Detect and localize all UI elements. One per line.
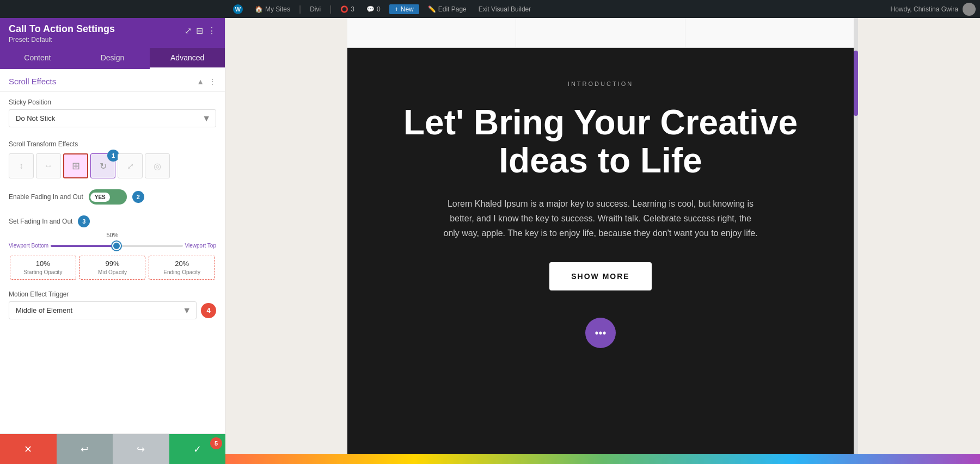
- transform-rotate-btn[interactable]: ↻ 1: [90, 153, 115, 178]
- intro-label: INTRODUCTION: [568, 81, 633, 87]
- undo-icon: ↩: [81, 443, 89, 455]
- fading-label: Enable Fading In and Out: [9, 193, 83, 201]
- sticky-select-wrapper: Do Not Stick ▼: [9, 109, 216, 127]
- divi-link[interactable]: Divi: [307, 5, 324, 13]
- panel-preset[interactable]: Preset: Default: [9, 36, 115, 44]
- opacity-boxes: 10% Starting Opacity 99% Mid Opacity 20%…: [9, 256, 216, 280]
- rotate-icon: ↻: [100, 161, 107, 171]
- redo-icon: ↪: [137, 443, 145, 455]
- page-inner: INTRODUCTION Let' Bring Your Creative Id…: [347, 18, 854, 454]
- comments-link[interactable]: ⭕ 3: [337, 5, 358, 13]
- page-top-strip: [347, 18, 854, 48]
- transform-icons: ↕ ↔ ⊞ ↻ 1 ⤢ ◎: [0, 153, 225, 185]
- fading-badge: 2: [132, 191, 144, 203]
- motion-select-row: Middle of Element ▼ 4: [9, 301, 216, 319]
- wp-logo[interactable]: W: [230, 4, 246, 14]
- bottom-bar: ✕ ↩ ↪ ✓ 5: [0, 434, 225, 464]
- split-view-icon[interactable]: ⊟: [196, 26, 203, 36]
- section-title: Scroll Effects: [9, 77, 56, 86]
- tab-design[interactable]: Design: [75, 48, 150, 69]
- section-menu-icon[interactable]: ⋮: [209, 77, 216, 86]
- exit-visual-builder-link[interactable]: Exit Visual Builder: [475, 5, 535, 13]
- transform-vertical-btn[interactable]: ↕: [9, 153, 34, 178]
- panel-header-icons: ⤢ ⊟ ⋮: [185, 26, 216, 36]
- fade-icon: ⊞: [72, 160, 80, 172]
- save-button[interactable]: ✓ 5: [169, 434, 226, 464]
- mid-opacity-value[interactable]: 99%: [82, 259, 143, 268]
- vertical-move-icon: ↕: [19, 161, 23, 171]
- starting-opacity-value[interactable]: 10%: [13, 259, 74, 268]
- transform-blur-btn[interactable]: ◎: [145, 153, 170, 178]
- house-icon: 🏠: [255, 5, 263, 13]
- main-layout: Call To Action Settings Preset: Default …: [0, 18, 980, 464]
- fading-section: Set Fading In and Out 3 50% Viewport Bot…: [0, 211, 225, 286]
- ending-opacity-value[interactable]: 20%: [151, 259, 212, 268]
- edit-page-link[interactable]: ✏️ Edit Page: [425, 5, 470, 13]
- scroll-thumb: [854, 51, 858, 116]
- panel-body: Scroll Effects ▲ ⋮ Sticky Position Do No…: [0, 69, 225, 464]
- viewport-top-label: Viewport Top: [185, 243, 216, 249]
- transform-label: Scroll Transform Effects: [9, 140, 216, 148]
- ending-opacity-label: Ending Opacity: [151, 269, 212, 276]
- page-canvas: INTRODUCTION Let' Bring Your Creative Id…: [225, 18, 980, 454]
- tab-advanced[interactable]: Advanced: [150, 48, 225, 69]
- toggle-yes-label: YES: [90, 193, 110, 202]
- fab-dots-icon: •••: [595, 327, 606, 339]
- top-bar-left: W 🏠 My Sites | Divi | ⭕ 3 💬 0 + New ✏️ E…: [230, 4, 534, 14]
- collapse-icon[interactable]: ▲: [197, 77, 204, 86]
- howdy-label: Howdy, Christina Gwira: [891, 5, 958, 13]
- slider-percent-label: 50%: [9, 232, 216, 238]
- motion-label: Motion Effect Trigger: [9, 290, 216, 298]
- viewport-bottom-label: Viewport Bottom: [9, 243, 48, 249]
- cancel-icon: ✕: [24, 443, 32, 455]
- sticky-label: Sticky Position: [9, 98, 216, 106]
- section-icons: ▲ ⋮: [197, 77, 216, 86]
- plus-icon: +: [395, 5, 399, 13]
- motion-badge: 4: [201, 303, 216, 318]
- slider-track[interactable]: [51, 245, 182, 247]
- more-options-icon[interactable]: ⋮: [207, 26, 216, 36]
- fab-button[interactable]: •••: [585, 318, 616, 348]
- comment-count[interactable]: 💬 0: [363, 5, 384, 13]
- sticky-position-select[interactable]: Do Not Stick: [9, 109, 216, 127]
- mid-opacity-box: 99% Mid Opacity: [79, 256, 146, 280]
- motion-section: Motion Effect Trigger Middle of Element …: [0, 286, 225, 326]
- scroll-effects-header: Scroll Effects ▲ ⋮: [0, 69, 225, 92]
- ending-opacity-box: 20% Ending Opacity: [149, 256, 215, 280]
- scale-icon: ⤢: [127, 161, 134, 171]
- tab-content[interactable]: Content: [0, 48, 75, 69]
- top-bar: W 🏠 My Sites | Divi | ⭕ 3 💬 0 + New ✏️ E…: [0, 0, 980, 18]
- fullscreen-icon[interactable]: ⤢: [185, 26, 192, 36]
- motion-select-wrap: Middle of Element ▼: [9, 301, 197, 319]
- panel-tabs: Content Design Advanced: [0, 48, 225, 69]
- blur-icon: ◎: [154, 161, 161, 171]
- starting-opacity-box: 10% Starting Opacity: [10, 256, 76, 280]
- comment-icon: 💬: [366, 5, 375, 13]
- edit-icon: ✏️: [428, 5, 436, 13]
- scrollbar[interactable]: [854, 18, 858, 454]
- save-icon: ✓: [193, 443, 201, 455]
- transform-scale-btn[interactable]: ⤢: [118, 153, 143, 178]
- fading-toggle-row: Enable Fading In and Out YES 2: [0, 185, 225, 211]
- starting-opacity-label: Starting Opacity: [13, 269, 74, 276]
- save-badge: 5: [210, 437, 222, 449]
- undo-button[interactable]: ↩: [57, 434, 113, 464]
- mid-opacity-label: Mid Opacity: [82, 269, 143, 276]
- redo-button[interactable]: ↪: [113, 434, 169, 464]
- set-fading-label: Set Fading In and Out: [9, 218, 72, 225]
- motion-effect-select[interactable]: Middle of Element: [9, 301, 197, 319]
- panel-title: Call To Action Settings: [9, 23, 115, 35]
- set-fading-badge: 3: [78, 215, 90, 227]
- cancel-button[interactable]: ✕: [0, 434, 57, 464]
- fading-toggle[interactable]: YES: [89, 189, 127, 205]
- horizontal-move-icon: ↔: [44, 161, 53, 171]
- transform-fade-btn[interactable]: ⊞: [63, 153, 88, 178]
- my-sites-link[interactable]: 🏠 My Sites: [252, 5, 293, 13]
- slider-row: Viewport Bottom Viewport Top: [9, 240, 216, 251]
- bottom-gradient-bar: [225, 454, 980, 464]
- top-bar-right: Howdy, Christina Gwira: [891, 3, 976, 16]
- fading-label-row: Set Fading In and Out 3: [9, 215, 216, 227]
- transform-horizontal-btn[interactable]: ↔: [36, 153, 61, 178]
- show-more-button[interactable]: SHOW MORE: [549, 262, 651, 290]
- new-button[interactable]: + New: [389, 4, 419, 14]
